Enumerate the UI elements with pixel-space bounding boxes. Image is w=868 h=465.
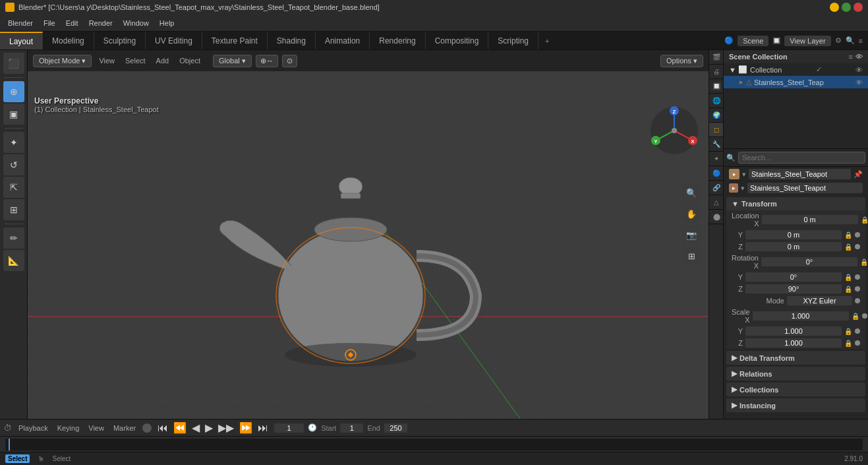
viewport-3d[interactable]: Object Mode ▾ View Select Add Object Glo… [28, 50, 709, 419]
viewport-canvas[interactable]: User Perspective (1) Collection | Stainl… [28, 71, 709, 419]
props-constraints-tab[interactable]: 🔗 [709, 181, 724, 195]
rot-lock-y-icon[interactable]: 🔒 [844, 274, 852, 281]
select-menu-button[interactable]: Select [122, 55, 149, 66]
transform-section-header[interactable]: ▼ Transform [726, 197, 865, 210]
location-y-input[interactable] [745, 230, 842, 239]
scale-y-input[interactable] [745, 326, 842, 336]
viewlayer-selector[interactable]: View Layer [784, 36, 830, 46]
marker-button[interactable]: Marker [111, 423, 138, 433]
transform-mode-button[interactable]: Global ▾ [213, 55, 252, 67]
pin-icon[interactable]: 📌 [854, 170, 863, 179]
props-modifiers-tab[interactable]: 🔧 [709, 137, 724, 152]
location-z-input[interactable] [745, 242, 842, 251]
props-data-tab[interactable]: △ [709, 195, 724, 210]
rotate-tool-button[interactable]: ↺ [3, 154, 24, 175]
keying-menu-button[interactable]: Keying [55, 423, 82, 433]
close-button[interactable] [854, 3, 863, 12]
props-physics-tab[interactable]: 🔵 [709, 166, 724, 181]
add-workspace-button[interactable]: + [538, 32, 556, 49]
rot-lock-z-icon[interactable]: 🔒 [844, 286, 852, 293]
tab-rendering[interactable]: Rendering [370, 32, 425, 49]
prev-frame-button[interactable]: ◀ [190, 421, 202, 435]
tab-shading[interactable]: Shading [268, 32, 316, 49]
lock-x-icon[interactable]: 🔒 [861, 216, 868, 224]
camera-view-button[interactable]: 📷 [682, 226, 701, 244]
scale-lock-z-icon[interactable]: 🔒 [844, 340, 852, 347]
scene-selector[interactable]: Scene [738, 36, 768, 46]
snapping-button[interactable]: ⊕↔ [256, 55, 278, 67]
menu-file[interactable]: File [38, 18, 61, 28]
object-name-input[interactable] [749, 169, 851, 179]
object-datablock-input[interactable] [747, 183, 863, 193]
view-timeline-button[interactable]: View [86, 423, 107, 433]
next-frame-button[interactable]: ▶▶ [216, 421, 236, 435]
props-output-tab[interactable]: 🖨 [709, 65, 724, 79]
collection-visibility-icon[interactable]: ✓ [816, 65, 822, 74]
tab-uv-editing[interactable]: UV Editing [146, 32, 202, 49]
outliner-item-collection[interactable]: ▼ ⬜ Collection ✓ 👁 [724, 63, 868, 76]
relations-header[interactable]: ▶ Relations [726, 367, 865, 381]
mode-selector-button[interactable]: ⬛ [3, 53, 24, 74]
rot-lock-x-icon[interactable]: 🔒 [860, 259, 868, 266]
outliner-filter-icon[interactable]: ≡ [849, 53, 853, 61]
lock-z-icon[interactable]: 🔒 [844, 243, 852, 251]
next-keyframe-button[interactable]: ⏩ [237, 421, 254, 435]
rotation-x-input[interactable] [761, 257, 857, 266]
pan-button[interactable]: ✋ [682, 204, 701, 223]
instancing-header[interactable]: ▶ Instancing [726, 398, 865, 412]
tab-layout[interactable]: Layout [0, 32, 43, 49]
collection-eye-icon[interactable]: 👁 [855, 66, 863, 74]
props-viewlayer-tab[interactable]: 🔲 [709, 79, 724, 94]
rotation-mode-dropdown[interactable]: XYZ Euler [787, 296, 852, 305]
jump-to-start-button[interactable]: ⏮ [156, 421, 170, 435]
cursor-tool-button[interactable]: ⊕ [3, 81, 24, 102]
lock-y-icon[interactable]: 🔒 [844, 232, 852, 239]
menu-render[interactable]: Render [84, 18, 118, 28]
measure-tool-button[interactable]: 📐 [3, 250, 24, 271]
tab-texture-paint[interactable]: Texture Paint [202, 32, 268, 49]
outliner-item-teapot[interactable]: ▸ △ Stainless_Steel_Teap 👁 [724, 76, 868, 88]
object-mode-button[interactable]: Object Mode ▾ [33, 55, 92, 67]
scale-x-input[interactable] [753, 311, 849, 321]
collections-header[interactable]: ▶ Collections [726, 383, 865, 396]
props-world-tab[interactable]: 🌍 [709, 108, 724, 123]
tab-scripting[interactable]: Scripting [488, 32, 538, 49]
menu-window[interactable]: Window [118, 18, 154, 28]
rotation-z-input[interactable] [745, 284, 842, 294]
move-tool-button[interactable]: ✦ [3, 132, 24, 153]
maximize-button[interactable] [842, 3, 851, 12]
minimize-button[interactable] [830, 3, 839, 12]
menu-blender[interactable]: Blender [3, 18, 38, 28]
tab-compositing[interactable]: Compositing [426, 32, 489, 49]
outliner-eye-all-icon[interactable]: 👁 [855, 53, 863, 61]
scale-z-input[interactable] [745, 338, 842, 348]
scale-lock-y-icon[interactable]: 🔒 [844, 328, 852, 335]
select-box-button[interactable]: ▣ [3, 104, 24, 125]
transform-tool-button[interactable]: ⊞ [3, 199, 24, 220]
end-frame-input[interactable] [384, 423, 407, 433]
prev-keyframe-button[interactable]: ⏪ [171, 421, 188, 435]
props-particles-tab[interactable]: ✦ [709, 152, 724, 166]
object-menu-button[interactable]: Object [176, 55, 204, 66]
tab-modeling[interactable]: Modeling [43, 32, 94, 49]
view-menu-button[interactable]: View [96, 55, 118, 66]
add-menu-button[interactable]: Add [153, 55, 173, 66]
proportional-edit-button[interactable]: ⊙ [282, 55, 297, 67]
start-frame-input[interactable] [340, 423, 363, 433]
record-button[interactable] [142, 423, 152, 433]
props-object-tab[interactable]: ◻ [709, 123, 724, 137]
props-material-tab[interactable]: ⬤ [709, 210, 724, 224]
tab-sculpting[interactable]: Sculpting [94, 32, 146, 49]
grid-view-button[interactable]: ⊞ [682, 247, 701, 265]
delta-transform-header[interactable]: ▶ Delta Transform [726, 351, 865, 365]
location-x-input[interactable] [762, 215, 858, 224]
zoom-in-button[interactable]: 🔍 [682, 183, 701, 202]
annotate-tool-button[interactable]: ✏ [3, 228, 24, 249]
props-scene-tab[interactable]: 🎬 [709, 50, 724, 65]
rotation-y-input[interactable] [745, 272, 842, 282]
timeline-scrubber[interactable] [5, 439, 863, 450]
scale-tool-button[interactable]: ⇱ [3, 177, 24, 198]
scale-lock-x-icon[interactable]: 🔒 [852, 313, 859, 320]
object-search-input[interactable] [738, 152, 865, 164]
options-button[interactable]: Options ▾ [660, 55, 703, 67]
